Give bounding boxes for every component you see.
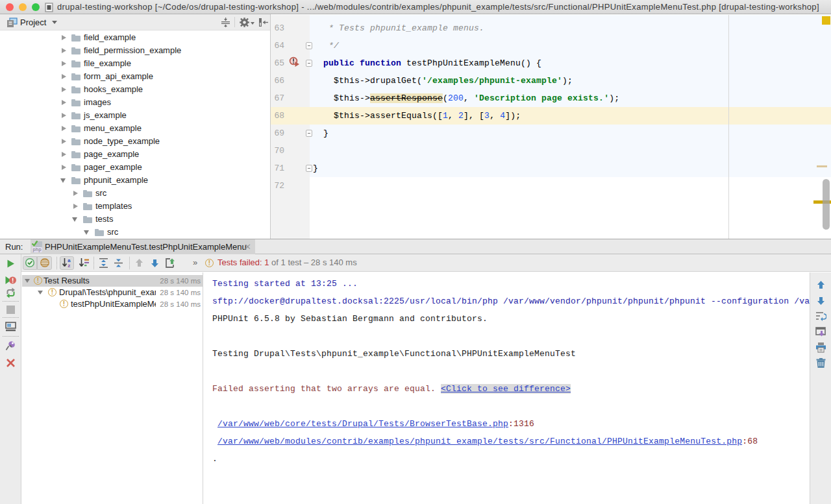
svg-text:z: z xyxy=(68,263,71,268)
